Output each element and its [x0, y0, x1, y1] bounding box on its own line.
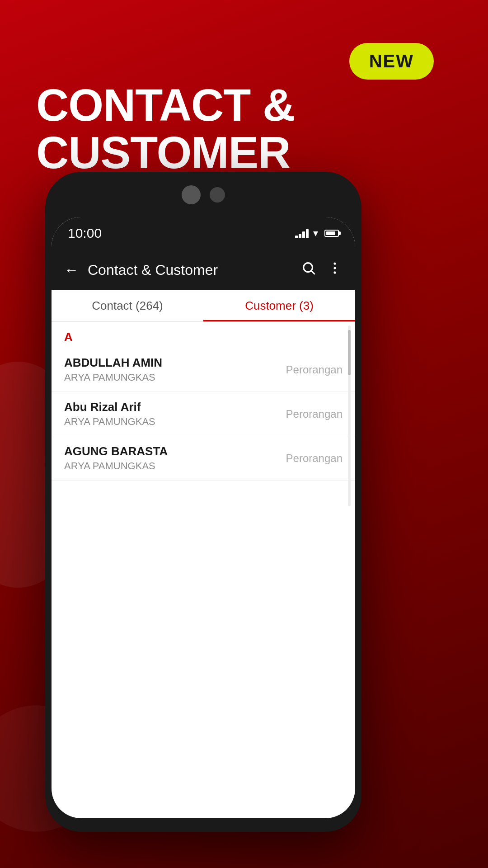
contact-name: Abu Rizal Arif	[64, 400, 155, 414]
svg-point-3	[333, 267, 336, 269]
tab-contact[interactable]: Contact (264)	[52, 290, 203, 321]
contact-name: AGUNG BARASTA	[64, 444, 168, 458]
contact-info: Abu Rizal Arif ARYA PAMUNGKAS	[64, 400, 155, 428]
list-item[interactable]: AGUNG BARASTA ARYA PAMUNGKAS Perorangan	[52, 436, 355, 481]
section-header-a: A	[52, 322, 355, 348]
app-bar-title: Contact & Customer	[88, 262, 296, 278]
status-time: 10:00	[68, 226, 102, 241]
battery-fill	[326, 231, 335, 235]
camera-sensor	[210, 187, 225, 203]
signal-bar-3	[302, 231, 305, 238]
more-options-icon[interactable]	[327, 260, 343, 279]
contact-info: ABDULLAH AMIN ARYA PAMUNGKAS	[64, 356, 162, 383]
phone-screen: 10:00 ▾	[52, 217, 355, 818]
status-bar: 10:00 ▾	[52, 217, 355, 250]
phone-outer: 10:00 ▾	[45, 172, 361, 832]
new-badge: NEW	[349, 43, 434, 80]
contact-type: Perorangan	[286, 452, 343, 465]
signal-icon	[295, 228, 309, 238]
svg-point-4	[333, 271, 336, 274]
scrollbar-thumb[interactable]	[348, 330, 351, 375]
scrollbar-track	[348, 326, 351, 506]
page-title: CONTACT & CUSTOMER	[36, 81, 488, 176]
contact-list: A ABDULLAH AMIN ARYA PAMUNGKAS Peroranga…	[52, 322, 355, 481]
tab-customer[interactable]: Customer (3)	[203, 290, 355, 321]
battery-icon	[324, 230, 339, 237]
contact-name: ABDULLAH AMIN	[64, 356, 162, 370]
svg-point-2	[333, 263, 336, 265]
search-icon[interactable]	[301, 260, 316, 279]
list-item[interactable]: Abu Rizal Arif ARYA PAMUNGKAS Perorangan	[52, 392, 355, 436]
contact-info: AGUNG BARASTA ARYA PAMUNGKAS	[64, 444, 168, 472]
back-button[interactable]: ←	[64, 262, 79, 278]
signal-bar-4	[306, 229, 309, 238]
tabs-bar: Contact (264) Customer (3)	[52, 290, 355, 322]
app-bar: ← Contact & Customer	[52, 250, 355, 290]
contact-type: Perorangan	[286, 408, 343, 420]
signal-bar-1	[295, 236, 298, 238]
wifi-icon: ▾	[313, 227, 318, 239]
svg-line-1	[312, 271, 314, 274]
signal-bar-2	[299, 234, 301, 238]
status-icons: ▾	[295, 227, 339, 239]
contact-sub: ARYA PAMUNGKAS	[64, 416, 155, 428]
phone-mockup: 10:00 ▾	[45, 172, 361, 832]
contact-sub: ARYA PAMUNGKAS	[64, 460, 168, 472]
contact-type: Perorangan	[286, 363, 343, 376]
list-item[interactable]: ABDULLAH AMIN ARYA PAMUNGKAS Perorangan	[52, 348, 355, 392]
camera-lens	[182, 185, 201, 204]
contact-sub: ARYA PAMUNGKAS	[64, 372, 162, 383]
app-bar-actions	[301, 260, 343, 279]
camera-area	[182, 185, 225, 204]
